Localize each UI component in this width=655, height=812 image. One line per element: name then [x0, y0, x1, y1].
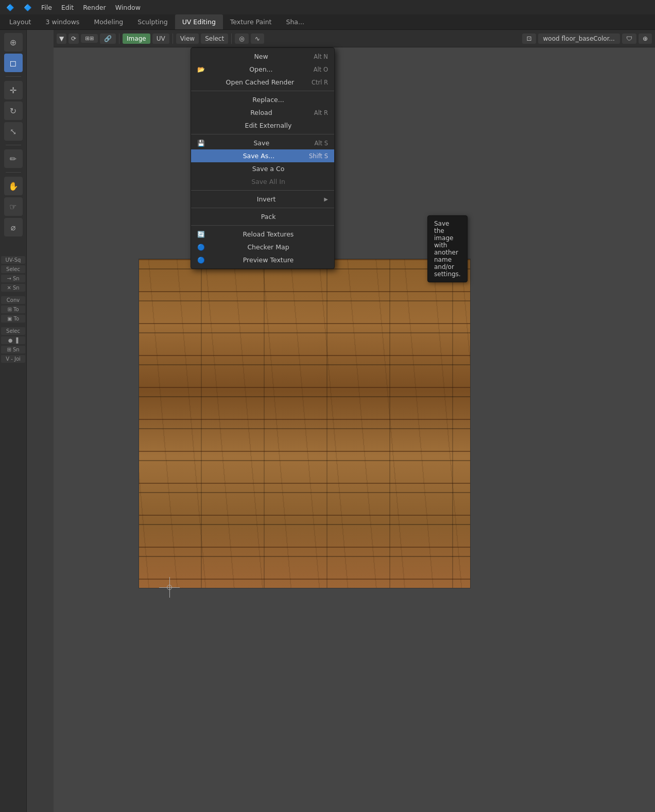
- annotate-tool[interactable]: ✏: [4, 149, 23, 168]
- menu-item-save[interactable]: 💾 Save Alt S: [191, 137, 334, 149]
- render-menu[interactable]: Edit: [57, 3, 78, 12]
- pinch-tool[interactable]: ☞: [4, 197, 23, 216]
- rotate-tool[interactable]: ↻: [4, 102, 23, 120]
- menu-label-save-all: Save All In: [251, 178, 285, 185]
- tab-modeling[interactable]: Modeling: [87, 14, 130, 29]
- window-menu[interactable]: Render: [79, 3, 110, 12]
- menu-sep-5: [191, 225, 334, 226]
- menu-icon-open: 📂: [197, 66, 206, 73]
- menu-item-save-all: Save All In: [191, 175, 334, 188]
- grab-tool[interactable]: ✋: [4, 177, 23, 195]
- crosshair-cursor: [159, 577, 180, 598]
- file-menu[interactable]: 🔷: [20, 3, 36, 12]
- shield-btn[interactable]: 🛡: [622, 33, 636, 44]
- sn-label[interactable]: ⊞ Sn: [1, 346, 25, 353]
- menu-label-open: Open...: [249, 65, 272, 73]
- tab-texture-paint[interactable]: Texture Paint: [223, 14, 279, 29]
- select-menu-btn[interactable]: Select: [201, 33, 228, 44]
- menu-item-new[interactable]: New Alt N: [191, 50, 334, 63]
- help-menu[interactable]: Window: [111, 3, 145, 12]
- menu-shortcut-save: Alt S: [314, 140, 328, 147]
- menu-item-save-copy[interactable]: Save a Co: [191, 162, 334, 175]
- menu-item-edit-externally[interactable]: Edit Externally: [191, 119, 334, 132]
- tab-sculpting[interactable]: Sculpting: [130, 14, 175, 29]
- select-label[interactable]: Selec: [1, 265, 25, 273]
- menu-shortcut-open: Alt O: [314, 66, 328, 73]
- menu-shortcut-open-cached: Ctrl R: [312, 79, 328, 86]
- viewport-shading-btn[interactable]: ∿: [251, 33, 264, 44]
- menu-item-open-cached[interactable]: Open Cached Render Ctrl R: [191, 76, 334, 89]
- menu-label-replace: Replace...: [252, 96, 284, 104]
- menu-icon-reload-textures: 🔄: [197, 231, 206, 238]
- menu-item-invert[interactable]: Invert ▶: [191, 193, 334, 206]
- select-tool[interactable]: ◻: [4, 54, 23, 72]
- cursor-tool[interactable]: ⊕: [4, 33, 23, 52]
- relax-tool[interactable]: ⌀: [4, 218, 23, 236]
- tab-3windows[interactable]: 3 windows: [39, 14, 87, 29]
- menu-item-save-as[interactable]: Save As... Shift S: [191, 149, 334, 162]
- header-bar: ▼ ⟳ ⊞⊞ 🔗 Image UV View Select ◎ ∿ ⊡ wood…: [54, 30, 655, 47]
- uv-menu-btn[interactable]: UV: [152, 33, 169, 44]
- menu-icon-preview-texture: 🔵: [197, 257, 206, 264]
- to-label-2[interactable]: ▣ To: [1, 315, 25, 323]
- snap-to-label[interactable]: → Sn: [1, 275, 25, 282]
- menu-label-preview-texture: Preview Texture: [243, 256, 294, 264]
- menu-label-new: New: [254, 53, 268, 60]
- menu-item-open[interactable]: 📂 Open... Alt O: [191, 63, 334, 76]
- icon-label[interactable]: ● ▐: [1, 336, 25, 344]
- conv-label: Conv: [1, 296, 25, 304]
- view-menu-btn[interactable]: View: [176, 33, 199, 44]
- menu-icon-save: 💾: [197, 140, 206, 147]
- move-tool[interactable]: ✛: [4, 81, 23, 99]
- menu-item-checker-map[interactable]: 🔵 Checker Map: [191, 241, 334, 253]
- menu-shortcut-save-as: Shift S: [309, 153, 328, 160]
- invert-arrow-icon: ▶: [324, 196, 328, 202]
- uv-sq-label: UV-Sq: [1, 256, 25, 264]
- image-menu-btn[interactable]: Image: [123, 33, 150, 44]
- header-sep-1: [119, 33, 119, 44]
- menu-sep-3: [191, 190, 334, 191]
- pivot-btn[interactable]: ⊡: [522, 33, 536, 44]
- dropdown-menu-container: New Alt N 📂 Open... Alt O Open Cached Re…: [191, 47, 335, 269]
- menu-shortcut-new: Alt N: [314, 53, 328, 60]
- menu-item-reload[interactable]: Reload Alt R: [191, 106, 334, 119]
- blender-logo[interactable]: 🔷: [2, 3, 19, 12]
- menu-label-checker-map: Checker Map: [247, 243, 289, 251]
- menu-sep-1: [191, 91, 334, 91]
- tab-layout[interactable]: Layout: [2, 14, 39, 29]
- main-layout: ⊕ ◻ ✛ ↻ ⤡ ✏ ✋ ☞ ⌀ UV-Sq Selec → Sn ✕ Sn …: [0, 30, 655, 812]
- toolbar-separator-1: [6, 76, 21, 77]
- menu-item-pack[interactable]: Pack: [191, 210, 334, 223]
- join-label[interactable]: V - Joi: [1, 355, 25, 363]
- menu-label-save-as: Save As...: [243, 152, 275, 160]
- menu-label-open-cached: Open Cached Render: [226, 78, 295, 86]
- menu-label-save-copy: Save a Co: [252, 165, 285, 173]
- toolbar-separator-3: [6, 172, 21, 173]
- image-name-display[interactable]: wood floor_baseColor...: [538, 33, 620, 44]
- tab-uv-editing[interactable]: UV Editing: [175, 14, 223, 29]
- menu-label-edit-externally: Edit Externally: [245, 122, 292, 129]
- edit-menu[interactable]: File: [37, 3, 56, 12]
- workspace-tabs: Layout 3 windows Modeling Sculpting UV E…: [0, 14, 655, 30]
- to-label-1[interactable]: ⊞ To: [1, 306, 25, 313]
- menu-item-reload-textures[interactable]: 🔄 Reload Textures: [191, 228, 334, 241]
- toolbar-separator-2: [6, 145, 21, 145]
- image-dropdown-menu: New Alt N 📂 Open... Alt O Open Cached Re…: [191, 47, 335, 269]
- scale-tool[interactable]: ⤡: [4, 122, 23, 141]
- menu-label-invert: Invert: [257, 195, 276, 203]
- header-proportional-btn[interactable]: 🔗: [100, 33, 116, 44]
- snap-x-label[interactable]: ✕ Sn: [1, 284, 25, 292]
- tab-shading[interactable]: Sha...: [279, 14, 312, 29]
- header-mode-btn[interactable]: ▼: [57, 33, 66, 44]
- header-sync-btn[interactable]: ⟳: [68, 33, 79, 44]
- overlay-btn[interactable]: ◎: [235, 33, 248, 44]
- expand-btn[interactable]: ⊕: [639, 33, 652, 44]
- menu-item-replace[interactable]: Replace...: [191, 93, 334, 106]
- menu-label-reload: Reload: [250, 109, 272, 116]
- menu-label-pack: Pack: [261, 213, 276, 221]
- menu-item-preview-texture[interactable]: 🔵 Preview Texture: [191, 253, 334, 266]
- menu-label-save: Save: [253, 139, 269, 147]
- header-display-btn[interactable]: ⊞⊞: [81, 34, 98, 43]
- top-menu-bar: 🔷 🔷 File Edit Render Window: [0, 0, 655, 14]
- header-sep-3: [231, 33, 232, 44]
